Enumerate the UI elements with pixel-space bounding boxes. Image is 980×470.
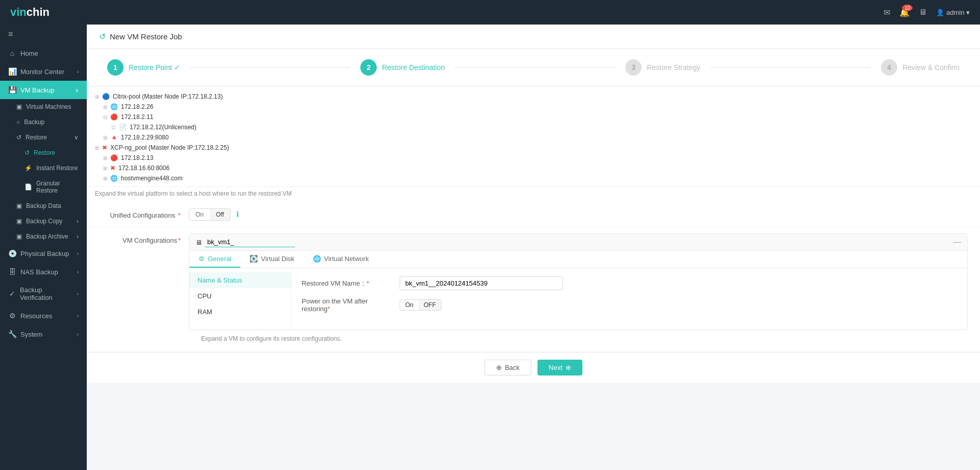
general-icon: ⚙ (199, 255, 205, 263)
sidebar-item-label: Backup Verification (20, 286, 73, 301)
config-sidebar-cpu[interactable]: CPU (189, 288, 291, 304)
expand-icon[interactable]: ⊟ (103, 114, 107, 120)
checkbox-icon[interactable]: ☑ (111, 125, 116, 130)
sidebar-sub-label: Backup Copy (26, 218, 62, 225)
topbar-right: ✉ 🔔 10 🖥 👤 admin ▾ (884, 8, 970, 17)
expand-icon[interactable]: ⊞ (95, 145, 99, 151)
sidebar-item-physical-backup[interactable]: 💿 Physical Backup › (0, 244, 87, 263)
instant-restore-icon: ⚡ (24, 165, 32, 172)
page-title: New VM Restore Job (110, 32, 182, 41)
sidebar-item-home[interactable]: ⌂ Home (0, 44, 87, 62)
sidebar: ≡ ⌂ Home 📊 Monitor Center › 💾 VM Backup … (0, 25, 87, 470)
vm-config-row: VM Configurations* 🖥 — (87, 227, 980, 352)
sidebar-item-instant-restore[interactable]: ⚡ Instant Restore (24, 160, 87, 176)
granular-restore-icon: 📄 (24, 183, 32, 191)
page-header: ↺ New VM Restore Job (87, 25, 980, 49)
system-icon: 🔧 (8, 330, 16, 338)
expand-icon[interactable]: ⊞ (103, 166, 107, 171)
tab-virtual-network[interactable]: 🌐 Virtual Network (304, 251, 378, 268)
sidebar-item-backup-copy[interactable]: ▣ Backup Copy › (16, 214, 87, 229)
step-1-num: 1 (107, 59, 124, 76)
sidebar-item-monitor[interactable]: 📊 Monitor Center › (0, 62, 87, 81)
sidebar-item-backup-data[interactable]: ▣ Backup Data (16, 198, 87, 214)
tree-hint: Expand the virtual platform to select a … (87, 187, 980, 202)
sidebar-item-vm-backup[interactable]: 💾 VM Backup ∨ (0, 81, 87, 99)
tree-row: ⊞ ✖ XCP-ng_pool (Master Node IP:172.18.2… (95, 143, 972, 153)
back-button[interactable]: ⊕ Back (484, 360, 531, 375)
minimize-icon[interactable]: — (953, 238, 961, 247)
sidebar-item-nas-backup[interactable]: 🗄 NAS Backup › (0, 263, 87, 281)
config-sidebar-ram[interactable]: RAM (189, 304, 291, 320)
step-2-num: 2 (360, 59, 377, 76)
sidebar-item-backup-verification[interactable]: ✓ Backup Verification › (0, 281, 87, 307)
step-connector-3 (710, 67, 871, 68)
platform-icon: 📄 (119, 124, 127, 131)
nas-backup-icon: 🗄 (8, 268, 16, 276)
restored-vm-name-input[interactable] (400, 276, 563, 290)
vm-config-header: 🖥 — (189, 234, 967, 251)
monitor-icon[interactable]: 🖥 (919, 8, 927, 17)
tab-general[interactable]: ⚙ General (189, 251, 240, 268)
sidebar-item-backup-archive[interactable]: ▣ Backup Archive › (16, 229, 87, 244)
sidebar-item-granular-restore[interactable]: 📄 Granular Restore (24, 176, 87, 198)
sidebar-item-restore[interactable]: ↺ Restore ∨ (16, 130, 87, 145)
vm-name-input[interactable] (205, 237, 295, 247)
tree-item-label: XCP-ng_pool (Master Node IP:172.18.2.25) (110, 144, 229, 151)
user-menu[interactable]: 👤 admin ▾ (936, 9, 970, 16)
logo: vinchin (10, 6, 50, 19)
step-connector-2 (455, 67, 615, 68)
tree-item-label: Citrix-pool (Master Node IP:172.18.2.13) (113, 93, 223, 100)
tree-row: ⊟ 🔴 172.18.2.11 (95, 112, 972, 122)
unified-config-toggle[interactable]: On Off (189, 208, 231, 221)
notification-icon[interactable]: 🔔 10 (899, 8, 910, 17)
chevron-right-icon: › (77, 313, 79, 319)
expand-icon[interactable]: ⊞ (103, 176, 107, 181)
step-4-label: Review & Confirm (902, 63, 960, 72)
backup-verification-icon: ✓ (8, 290, 16, 298)
config-sidebar-name-status[interactable]: Name & Status (189, 272, 291, 288)
platform-icon: 🔵 (102, 93, 110, 100)
next-button[interactable]: Next ⊕ (537, 360, 582, 375)
vm-backup-icon: 💾 (8, 86, 16, 94)
tree-row: ⊞ ✖ 172.18.16.60:8006 (95, 163, 972, 173)
sidebar-item-virtual-machines[interactable]: ▣ Virtual Machines (16, 99, 87, 114)
toggle-off-opt[interactable]: OFF (419, 300, 441, 310)
info-icon[interactable]: ℹ (236, 210, 239, 218)
expand-icon[interactable]: ⊞ (103, 135, 107, 140)
sidebar-item-system[interactable]: 🔧 System › (0, 325, 87, 343)
sidebar-sub-label: Backup (24, 119, 44, 126)
expand-icon[interactable]: ⊞ (103, 104, 107, 110)
network-icon: 🌐 (313, 255, 321, 263)
vm-config-tabs: ⚙ General 💽 Virtual Disk 🌐 Virtual Netwo… (189, 251, 967, 268)
next-icon: ⊕ (566, 364, 571, 371)
required-marker: * (178, 212, 181, 219)
disk-icon: 💽 (250, 255, 258, 263)
unified-config-control: On Off ℹ (189, 208, 968, 221)
tree-item-label: hostvmengine448.com (121, 175, 183, 182)
message-icon[interactable]: ✉ (884, 8, 890, 17)
sidebar-toggle[interactable]: ≡ (0, 25, 87, 44)
sidebar-item-restore-sub[interactable]: ↺ Restore (24, 145, 87, 160)
toggle-off-option[interactable]: Off (210, 209, 230, 220)
sidebar-item-resources[interactable]: ⚙ Resources › (0, 307, 87, 325)
power-on-label: Power on the VM after restoring* (302, 297, 394, 313)
step-3: 3 Restore Strategy (625, 59, 700, 76)
sidebar-item-label: Resources (20, 312, 52, 320)
toggle-on-opt[interactable]: On (400, 300, 419, 310)
expand-icon[interactable]: ⊞ (95, 94, 99, 100)
restored-vm-name-label: Restored VM Name：* (302, 279, 394, 288)
restore-submenu: ↺ Restore ⚡ Instant Restore 📄 Granular R… (16, 145, 87, 198)
sidebar-item-label: Monitor Center (20, 68, 64, 76)
step-4-num: 4 (881, 59, 897, 76)
sidebar-item-backup[interactable]: ○ Backup (16, 114, 87, 130)
expand-icon[interactable]: ⊞ (103, 155, 107, 161)
step-4: 4 Review & Confirm (881, 59, 960, 76)
power-on-toggle[interactable]: On OFF (400, 299, 442, 311)
tab-virtual-disk[interactable]: 💽 Virtual Disk (240, 251, 304, 268)
vm-config-control: 🖥 — ⚙ General 💽 (189, 233, 968, 345)
vm-config-label: VM Configurations* (99, 233, 181, 244)
physical-backup-icon: 💿 (8, 249, 16, 257)
sidebar-sub-label: Backup Data (26, 202, 61, 209)
required-marker: * (178, 237, 181, 244)
toggle-on-option[interactable]: On (189, 209, 210, 220)
